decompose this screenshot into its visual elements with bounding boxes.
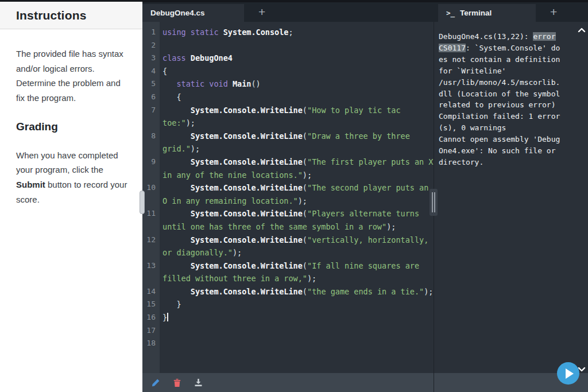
submit-keyword: Submit [16,180,45,189]
code-line: 10 System.Console.WriteLine("The second … [142,181,434,207]
code-line: 2 [142,39,434,52]
line-number: 7 [142,104,160,117]
editor-pane: DebugOne4.cs + 1using static System.Cons… [142,0,434,392]
line-number: 13 [142,259,160,273]
editor-tab-label: DebugOne4.cs [150,9,205,17]
line-number: 11 [142,207,160,220]
instructions-body: The provided file has syntax and/or logi… [0,29,142,207]
code-line: 13 System.Console.Writeline("If all nine… [142,259,434,285]
line-number: 17 [142,324,160,337]
scroll-down-icon[interactable] [578,364,586,370]
instructions-paragraph: The provided file has syntax and/or logi… [16,46,127,106]
code-line: 17 [142,324,434,337]
edit-pencil-icon[interactable] [151,378,160,387]
line-number: 5 [142,77,160,91]
tab-terminal[interactable]: >_ Terminal [438,4,536,22]
instructions-resize-handle[interactable] [140,191,145,214]
code-line: 11 System.Console.WriteLine("Players alt… [142,207,434,233]
terminal-output: DebugOne4.cs(13,22): error CS0117: `Syst… [439,31,561,168]
code-line: 6 { [142,91,434,104]
code-line: 5 static void Main() [142,77,434,91]
code-editor[interactable]: 1using static System.Console;23class Deb… [142,22,434,373]
line-number: 18 [142,337,160,350]
new-terminal-tab-button[interactable]: + [550,3,557,21]
code-line: 9 System.Console.WriteLine("The first pl… [142,156,434,181]
line-number: 6 [142,91,160,104]
new-file-tab-button[interactable]: + [258,3,265,21]
instructions-header: Instructions [0,2,142,29]
instructions-panel: Instructions The provided file has synta… [0,0,142,392]
download-icon[interactable] [194,378,203,387]
code-line: 3class DebugOne4 [142,52,434,65]
run-play-button[interactable] [557,362,579,385]
line-number: 12 [142,234,160,247]
line-number: 3 [142,52,160,65]
line-number: 9 [142,156,160,169]
ide-app: Instructions The provided file has synta… [0,0,588,392]
line-number: 1 [142,26,160,39]
editor-terminal-resize-handle[interactable] [430,189,438,216]
scroll-up-icon[interactable] [578,25,586,31]
code-line: 7 System.Console.WriteLine("How to play … [142,104,434,130]
grading-heading: Grading [16,119,127,134]
code-line: 18 [142,337,434,350]
code-line: 14 System.Console.WriteLine("the game en… [142,285,434,298]
line-number: 8 [142,130,160,143]
terminal-body[interactable]: DebugOne4.cs(13,22): error CS0117: `Syst… [434,22,588,373]
code-line: 15 } [142,298,434,311]
code-lines: 1using static System.Console;23class Deb… [142,22,434,350]
line-number: 4 [142,65,160,78]
grading-paragraph: When you have completed your program, cl… [16,148,127,207]
code-line: 16} [142,311,434,324]
code-line: 8 System.Console.WriteLine("Draw a three… [142,130,434,156]
line-number: 16 [142,311,160,324]
tab-debugone4-cs[interactable]: DebugOne4.cs [142,4,244,22]
line-number: 2 [142,39,160,52]
line-number: 10 [142,181,160,195]
play-icon [566,368,574,379]
line-number: 14 [142,285,160,298]
line-number: 15 [142,298,160,311]
editor-tab-bar: DebugOne4.cs + [142,2,434,22]
terminal-prompt-icon: >_ [446,9,455,17]
code-line: 4{ [142,65,434,78]
code-line: 1using static System.Console; [142,26,434,39]
terminal-tab-label: Terminal [460,9,492,17]
terminal-tab-bar: >_ Terminal + [434,2,588,22]
delete-trash-icon[interactable] [172,378,181,387]
code-line: 12 System.Console.WriteLine("vertically,… [142,234,434,259]
text-cursor [167,313,168,321]
instructions-title: Instructions [16,9,87,22]
editor-toolbar [142,373,434,392]
terminal-pane: >_ Terminal + DebugOne4.cs(13,22): error… [434,0,588,392]
